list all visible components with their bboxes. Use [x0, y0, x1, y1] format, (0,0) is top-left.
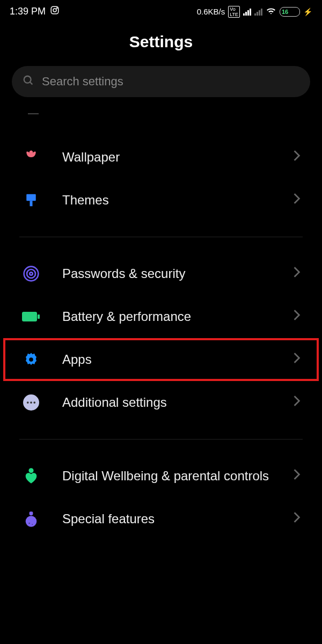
- svg-point-21: [32, 524, 33, 525]
- chevron-right-icon: [293, 352, 301, 367]
- flask-icon: [21, 509, 41, 529]
- divider: [19, 439, 303, 440]
- svg-point-17: [28, 468, 33, 473]
- chevron-right-icon: [293, 150, 301, 165]
- svg-point-19: [26, 516, 37, 527]
- network-speed: 0.6KB/s: [197, 7, 225, 16]
- search-input[interactable]: [42, 75, 299, 89]
- settings-row-wellbeing[interactable]: Digital Wellbeing & parental controls: [0, 455, 322, 497]
- row-label: Battery & performance: [62, 308, 272, 325]
- brush-icon: [21, 191, 41, 210]
- signal-icon: [243, 8, 251, 16]
- charging-icon: ⚡: [303, 8, 312, 16]
- status-bar: 1:39 PM 0.6KB/s VoLTE 16 ⚡: [0, 0, 322, 23]
- page-title: Settings: [0, 23, 322, 66]
- signal-icon-2: [254, 8, 262, 16]
- chevron-right-icon: [293, 193, 301, 208]
- settings-row-wallpaper[interactable]: Wallpaper: [0, 136, 322, 179]
- settings-row-special[interactable]: Special features: [0, 497, 322, 540]
- svg-rect-6: [30, 201, 33, 206]
- svg-point-8: [27, 269, 35, 278]
- volte-icon: VoLTE: [228, 6, 240, 18]
- divider: [19, 237, 303, 237]
- settings-row-battery[interactable]: Battery & performance: [0, 295, 322, 338]
- wifi-icon: [266, 6, 276, 17]
- svg-point-12: [29, 357, 33, 362]
- svg-point-2: [56, 8, 57, 9]
- svg-point-16: [33, 401, 35, 404]
- svg-point-15: [30, 401, 32, 404]
- row-label: Special features: [62, 510, 272, 527]
- settings-row-additional[interactable]: Additional settings: [0, 381, 322, 424]
- chevron-right-icon: [293, 395, 301, 410]
- search-bar[interactable]: [12, 66, 310, 97]
- svg-rect-11: [38, 314, 40, 319]
- svg-rect-18: [30, 511, 33, 515]
- row-label: Wallpaper: [62, 149, 272, 165]
- gear-icon: [21, 350, 41, 369]
- fingerprint-icon: [21, 264, 41, 283]
- svg-line-4: [30, 82, 33, 85]
- settings-row-themes[interactable]: Themes: [0, 179, 322, 222]
- svg-rect-10: [22, 312, 37, 321]
- row-label: Themes: [62, 192, 272, 208]
- svg-point-1: [53, 9, 56, 12]
- instagram-icon: [50, 5, 60, 18]
- chevron-right-icon: [293, 266, 301, 281]
- settings-row-passwords[interactable]: Passwords & security: [0, 252, 322, 295]
- battery-icon: [21, 307, 41, 326]
- partial-item-indicator: [28, 113, 39, 114]
- chevron-right-icon: [293, 469, 301, 484]
- svg-point-20: [28, 523, 30, 524]
- battery-indicator: 16: [280, 7, 300, 17]
- chevron-right-icon: [293, 511, 301, 526]
- svg-point-3: [24, 76, 31, 83]
- status-time: 1:39 PM: [10, 6, 46, 17]
- row-label: Passwords & security: [62, 265, 272, 282]
- svg-rect-5: [26, 194, 36, 201]
- dots-icon: [21, 393, 41, 412]
- settings-row-apps[interactable]: Apps: [3, 338, 319, 381]
- row-label: Digital Wellbeing & parental controls: [62, 467, 272, 484]
- heart-icon: [21, 466, 41, 486]
- settings-list: WallpaperThemesPasswords & securityBatte…: [0, 136, 322, 540]
- search-icon: [23, 75, 34, 89]
- svg-point-9: [30, 272, 32, 275]
- chevron-right-icon: [293, 309, 301, 324]
- row-label: Additional settings: [62, 394, 272, 411]
- tulip-icon: [21, 148, 41, 167]
- svg-point-14: [27, 401, 29, 404]
- row-label: Apps: [62, 351, 272, 368]
